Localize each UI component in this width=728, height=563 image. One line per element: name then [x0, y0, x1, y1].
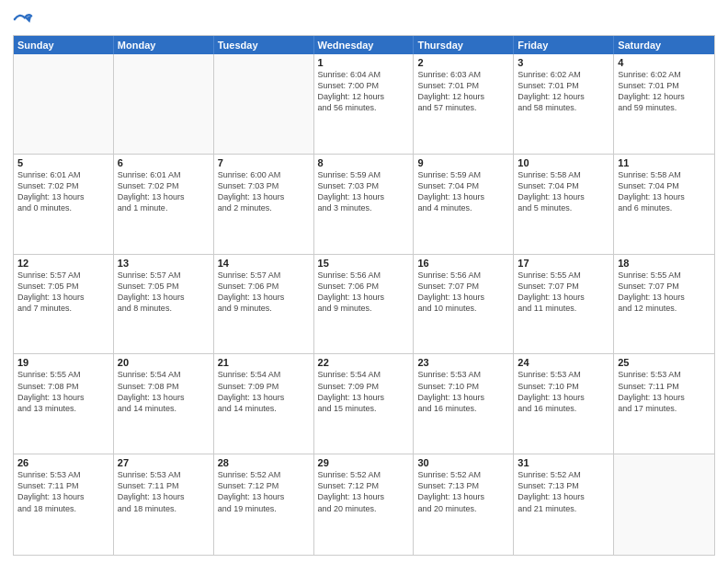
cell-day-number: 30 — [417, 457, 509, 468]
cell-day-number: 23 — [417, 357, 509, 368]
calendar-cell: 14Sunrise: 5:57 AM Sunset: 7:06 PM Dayli… — [214, 255, 314, 354]
cell-info: Sunrise: 5:59 AM Sunset: 7:03 PM Dayligh… — [318, 169, 410, 214]
logo — [13, 9, 37, 29]
cell-day-number: 17 — [518, 258, 609, 269]
cell-info: Sunrise: 6:01 AM Sunset: 7:02 PM Dayligh… — [118, 169, 210, 214]
cell-info: Sunrise: 5:52 AM Sunset: 7:13 PM Dayligh… — [518, 469, 609, 514]
cell-info: Sunrise: 5:57 AM Sunset: 7:05 PM Dayligh… — [17, 270, 109, 315]
calendar-cell: 28Sunrise: 5:52 AM Sunset: 7:12 PM Dayli… — [214, 454, 314, 555]
cell-day-number: 8 — [318, 157, 410, 168]
cell-info: Sunrise: 5:58 AM Sunset: 7:04 PM Dayligh… — [518, 169, 609, 214]
calendar-cell: 8Sunrise: 5:59 AM Sunset: 7:03 PM Daylig… — [314, 155, 415, 254]
calendar-cell: 12Sunrise: 5:57 AM Sunset: 7:05 PM Dayli… — [14, 255, 114, 354]
col-header-wednesday: Wednesday — [314, 36, 415, 54]
cell-day-number: 10 — [518, 157, 609, 168]
cell-day-number: 19 — [17, 357, 109, 368]
cell-day-number: 26 — [17, 457, 109, 468]
calendar-cell: 23Sunrise: 5:53 AM Sunset: 7:10 PM Dayli… — [414, 354, 514, 454]
calendar-cell: 21Sunrise: 5:54 AM Sunset: 7:09 PM Dayli… — [214, 354, 314, 454]
cell-day-number: 5 — [17, 157, 109, 168]
logo-icon — [13, 9, 33, 29]
cell-info: Sunrise: 5:54 AM Sunset: 7:09 PM Dayligh… — [318, 369, 410, 414]
cell-info: Sunrise: 6:04 AM Sunset: 7:00 PM Dayligh… — [318, 69, 410, 114]
cell-day-number: 29 — [318, 457, 410, 468]
cell-day-number: 4 — [618, 57, 711, 68]
cell-info: Sunrise: 6:00 AM Sunset: 7:03 PM Dayligh… — [218, 169, 310, 214]
week-row-5: 26Sunrise: 5:53 AM Sunset: 7:11 PM Dayli… — [14, 454, 714, 555]
calendar-header: SundayMondayTuesdayWednesdayThursdayFrid… — [14, 36, 714, 54]
calendar-cell — [114, 54, 214, 154]
calendar-cell: 11Sunrise: 5:58 AM Sunset: 7:04 PM Dayli… — [614, 155, 714, 254]
cell-day-number: 15 — [318, 258, 410, 269]
calendar-cell: 19Sunrise: 5:55 AM Sunset: 7:08 PM Dayli… — [14, 354, 114, 454]
calendar-cell: 20Sunrise: 5:54 AM Sunset: 7:08 PM Dayli… — [114, 354, 214, 454]
cell-day-number: 31 — [518, 457, 609, 468]
cell-info: Sunrise: 5:53 AM Sunset: 7:10 PM Dayligh… — [518, 369, 609, 414]
calendar-cell: 22Sunrise: 5:54 AM Sunset: 7:09 PM Dayli… — [314, 354, 415, 454]
calendar-cell: 24Sunrise: 5:53 AM Sunset: 7:10 PM Dayli… — [514, 354, 614, 454]
calendar-cell: 5Sunrise: 6:01 AM Sunset: 7:02 PM Daylig… — [14, 155, 114, 254]
calendar-cell: 1Sunrise: 6:04 AM Sunset: 7:00 PM Daylig… — [314, 54, 415, 154]
cell-info: Sunrise: 5:55 AM Sunset: 7:07 PM Dayligh… — [618, 270, 711, 315]
calendar-cell: 15Sunrise: 5:56 AM Sunset: 7:06 PM Dayli… — [314, 255, 415, 354]
cell-info: Sunrise: 5:55 AM Sunset: 7:08 PM Dayligh… — [17, 369, 109, 414]
cell-day-number: 27 — [118, 457, 210, 468]
cell-day-number: 21 — [218, 357, 310, 368]
cell-day-number: 2 — [417, 57, 509, 68]
cell-info: Sunrise: 5:56 AM Sunset: 7:06 PM Dayligh… — [318, 270, 410, 315]
cell-info: Sunrise: 5:59 AM Sunset: 7:04 PM Dayligh… — [417, 169, 509, 214]
calendar-cell: 31Sunrise: 5:52 AM Sunset: 7:13 PM Dayli… — [514, 454, 614, 555]
cell-info: Sunrise: 5:57 AM Sunset: 7:06 PM Dayligh… — [218, 270, 310, 315]
cell-info: Sunrise: 6:02 AM Sunset: 7:01 PM Dayligh… — [518, 69, 609, 114]
cell-info: Sunrise: 5:58 AM Sunset: 7:04 PM Dayligh… — [618, 169, 711, 214]
calendar-cell: 7Sunrise: 6:00 AM Sunset: 7:03 PM Daylig… — [214, 155, 314, 254]
calendar-cell: 6Sunrise: 6:01 AM Sunset: 7:02 PM Daylig… — [114, 155, 214, 254]
calendar-cell — [614, 454, 714, 555]
col-header-monday: Monday — [114, 36, 214, 54]
calendar: SundayMondayTuesdayWednesdayThursdayFrid… — [13, 35, 715, 556]
page: SundayMondayTuesdayWednesdayThursdayFrid… — [0, 0, 728, 563]
cell-day-number: 9 — [417, 157, 509, 168]
cell-info: Sunrise: 5:53 AM Sunset: 7:11 PM Dayligh… — [17, 469, 109, 514]
cell-day-number: 13 — [118, 258, 210, 269]
cell-info: Sunrise: 5:52 AM Sunset: 7:13 PM Dayligh… — [417, 469, 509, 514]
cell-info: Sunrise: 5:52 AM Sunset: 7:12 PM Dayligh… — [218, 469, 310, 514]
week-row-2: 5Sunrise: 6:01 AM Sunset: 7:02 PM Daylig… — [14, 155, 714, 255]
cell-day-number: 25 — [618, 357, 711, 368]
calendar-cell: 26Sunrise: 5:53 AM Sunset: 7:11 PM Dayli… — [14, 454, 114, 555]
cell-info: Sunrise: 5:57 AM Sunset: 7:05 PM Dayligh… — [118, 270, 210, 315]
cell-day-number: 3 — [518, 57, 609, 68]
calendar-cell: 30Sunrise: 5:52 AM Sunset: 7:13 PM Dayli… — [414, 454, 514, 555]
cell-day-number: 20 — [118, 357, 210, 368]
calendar-cell: 9Sunrise: 5:59 AM Sunset: 7:04 PM Daylig… — [414, 155, 514, 254]
col-header-sunday: Sunday — [14, 36, 114, 54]
calendar-cell: 17Sunrise: 5:55 AM Sunset: 7:07 PM Dayli… — [514, 255, 614, 354]
col-header-tuesday: Tuesday — [214, 36, 314, 54]
calendar-cell: 18Sunrise: 5:55 AM Sunset: 7:07 PM Dayli… — [614, 255, 714, 354]
cell-info: Sunrise: 6:02 AM Sunset: 7:01 PM Dayligh… — [618, 69, 711, 114]
cell-day-number: 18 — [618, 258, 711, 269]
calendar-cell: 3Sunrise: 6:02 AM Sunset: 7:01 PM Daylig… — [514, 54, 614, 154]
week-row-1: 1Sunrise: 6:04 AM Sunset: 7:00 PM Daylig… — [14, 54, 714, 155]
calendar-cell: 4Sunrise: 6:02 AM Sunset: 7:01 PM Daylig… — [614, 54, 714, 154]
calendar-cell: 2Sunrise: 6:03 AM Sunset: 7:01 PM Daylig… — [414, 54, 514, 154]
cell-day-number: 11 — [618, 157, 711, 168]
cell-day-number: 1 — [318, 57, 410, 68]
calendar-cell: 13Sunrise: 5:57 AM Sunset: 7:05 PM Dayli… — [114, 255, 214, 354]
cell-day-number: 6 — [118, 157, 210, 168]
calendar-cell: 27Sunrise: 5:53 AM Sunset: 7:11 PM Dayli… — [114, 454, 214, 555]
calendar-body: 1Sunrise: 6:04 AM Sunset: 7:00 PM Daylig… — [14, 54, 714, 555]
calendar-cell — [14, 54, 114, 154]
calendar-cell: 10Sunrise: 5:58 AM Sunset: 7:04 PM Dayli… — [514, 155, 614, 254]
cell-info: Sunrise: 5:52 AM Sunset: 7:12 PM Dayligh… — [318, 469, 410, 514]
cell-info: Sunrise: 6:03 AM Sunset: 7:01 PM Dayligh… — [417, 69, 509, 114]
cell-day-number: 28 — [218, 457, 310, 468]
header — [13, 9, 715, 29]
calendar-cell: 25Sunrise: 5:53 AM Sunset: 7:11 PM Dayli… — [614, 354, 714, 454]
calendar-cell: 16Sunrise: 5:56 AM Sunset: 7:07 PM Dayli… — [414, 255, 514, 354]
week-row-3: 12Sunrise: 5:57 AM Sunset: 7:05 PM Dayli… — [14, 255, 714, 355]
cell-day-number: 22 — [318, 357, 410, 368]
cell-day-number: 24 — [518, 357, 609, 368]
cell-day-number: 7 — [218, 157, 310, 168]
col-header-thursday: Thursday — [414, 36, 514, 54]
